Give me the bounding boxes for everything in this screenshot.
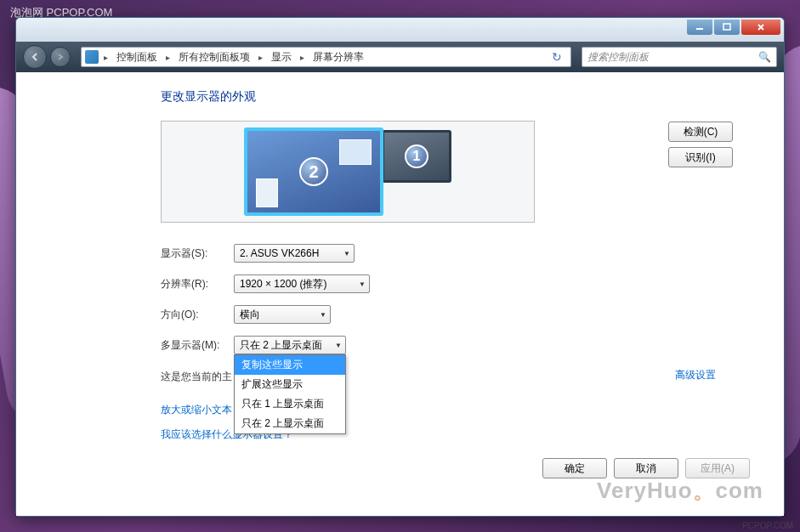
main-display-text: 这是您当前的主 [161, 371, 232, 382]
minimize-button[interactable] [687, 20, 712, 35]
search-icon: 🔍 [758, 51, 771, 63]
monitor-number: 1 [405, 144, 428, 168]
breadcrumb: ▸ 控制面板 ▸ 所有控制面板项 ▸ 显示 ▸ 屏幕分辨率 ↻ [81, 47, 571, 67]
dropdown-item[interactable]: 扩展这些显示 [235, 375, 345, 394]
orientation-select[interactable]: 横向 [234, 305, 331, 324]
search-input[interactable]: 搜索控制面板 🔍 [582, 47, 777, 67]
chevron-right-icon[interactable]: ▸ [100, 53, 111, 62]
dropdown-item[interactable]: 复制这些显示 [235, 355, 345, 375]
svg-rect-0 [696, 28, 703, 30]
advanced-settings-link[interactable]: 高级设置 [675, 368, 716, 382]
monitor-2[interactable]: 2 [244, 127, 383, 216]
refresh-icon[interactable]: ↻ [547, 50, 567, 64]
watermark-small: PCPOP.COM [742, 521, 793, 530]
display-select[interactable]: 2. ASUS VK266H [234, 244, 355, 263]
display-preview: 2 1 [161, 121, 535, 223]
dropdown-item[interactable]: 只在 2 上显示桌面 [235, 414, 345, 433]
breadcrumb-item[interactable]: 所有控制面板项 [175, 48, 253, 66]
titlebar [16, 18, 784, 42]
resolution-label: 分辨率(R): [161, 277, 234, 291]
chevron-right-icon[interactable]: ▸ [255, 53, 266, 62]
multi-display-label: 多显示器(M): [161, 338, 234, 353]
chevron-right-icon[interactable]: ▸ [297, 53, 308, 62]
control-panel-window: ▸ 控制面板 ▸ 所有控制面板项 ▸ 显示 ▸ 屏幕分辨率 ↻ 搜索控制面板 🔍… [15, 17, 785, 517]
chevron-right-icon[interactable]: ▸ [162, 53, 173, 62]
navigation-bar: ▸ 控制面板 ▸ 所有控制面板项 ▸ 显示 ▸ 屏幕分辨率 ↻ 搜索控制面板 🔍 [16, 42, 784, 72]
page-title: 更改显示器的外观 [161, 89, 750, 105]
monitor-1[interactable]: 1 [382, 130, 451, 183]
resolution-select[interactable]: 1920 × 1200 (推荐) [234, 274, 370, 293]
maximize-button[interactable] [714, 20, 740, 35]
identify-button[interactable]: 识别(I) [668, 147, 733, 167]
svg-rect-1 [723, 24, 730, 30]
watermark-bottom: VeryHuo。com [597, 476, 763, 506]
detect-button[interactable]: 检测(C) [668, 122, 733, 142]
breadcrumb-item[interactable]: 控制面板 [113, 48, 161, 66]
breadcrumb-item[interactable]: 显示 [268, 48, 295, 66]
content-area: 更改显示器的外观 2 1 检测(C) 识别(I) 显示器(S): 2. ASUS… [16, 72, 784, 516]
close-button[interactable] [741, 20, 780, 35]
control-panel-icon[interactable] [85, 50, 99, 64]
monitor-number: 2 [299, 157, 328, 186]
orientation-label: 方向(O): [161, 308, 234, 322]
display-label: 显示器(S): [161, 246, 234, 261]
nav-forward-button[interactable] [50, 47, 71, 67]
nav-back-button[interactable] [23, 45, 47, 69]
search-placeholder: 搜索控制面板 [587, 50, 649, 65]
multi-display-select[interactable]: 只在 2 上显示桌面 [234, 336, 346, 354]
dropdown-item[interactable]: 只在 1 上显示桌面 [235, 394, 345, 414]
multi-display-dropdown: 复制这些显示 扩展这些显示 只在 1 上显示桌面 只在 2 上显示桌面 [234, 354, 346, 434]
breadcrumb-item[interactable]: 屏幕分辨率 [309, 48, 367, 66]
